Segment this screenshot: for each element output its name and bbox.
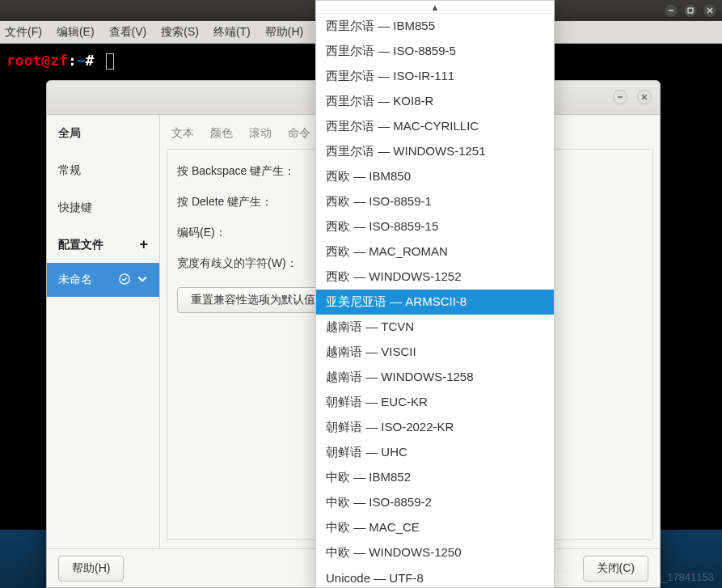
prompt-hash: # (86, 52, 95, 69)
tab-scroll[interactable]: 滚动 (249, 126, 272, 141)
prompt-path: ~ (77, 52, 86, 69)
encoding-option[interactable]: 西里尔语 — IBM855 (316, 14, 554, 39)
encoding-option[interactable]: 中欧 — ISO-8859-2 (316, 490, 554, 515)
window-maximize-button[interactable] (683, 3, 698, 18)
shell-prompt: root@zf:~# (6, 52, 103, 69)
encoding-option[interactable]: 西欧 — ISO-8859-1 (316, 189, 554, 214)
prompt-at: @ (41, 52, 50, 69)
encoding-option[interactable]: 西欧 — WINDOWS-1252 (316, 264, 554, 290)
menu-terminal[interactable]: 终端(T) (213, 25, 251, 40)
encoding-option[interactable]: 西里尔语 — ISO-8859-5 (316, 39, 554, 64)
label-backspace: 按 Backspace 键产生： (177, 164, 323, 179)
watermark: https://blog.csdn.net/qq_17841153 (553, 571, 715, 583)
encoding-option[interactable]: 朝鲜语 — ISO-2022-KR (316, 415, 554, 440)
tab-command[interactable]: 命令 (288, 126, 310, 141)
tab-text[interactable]: 文本 (171, 126, 194, 141)
add-profile-icon[interactable]: + (139, 236, 148, 253)
prompt-user: root (6, 52, 41, 69)
encoding-option[interactable]: 西里尔语 — MAC-CYRILLIC (316, 114, 554, 139)
prompt-host: zf (50, 52, 68, 69)
encoding-option-list: 西里尔语 — IBM855西里尔语 — ISO-8859-5西里尔语 — ISO… (316, 14, 554, 587)
window-close-button[interactable] (703, 3, 717, 18)
encoding-option[interactable]: 越南语 — TCVN (316, 315, 554, 340)
menu-edit[interactable]: 编辑(E) (57, 25, 95, 40)
sidebar-item-shortcuts[interactable]: 快捷键 (47, 189, 159, 226)
check-icon (119, 273, 130, 287)
sidebar-profile-item[interactable]: 未命名 (47, 263, 159, 297)
label-encoding: 编码(E)： (177, 226, 323, 240)
encoding-option[interactable]: 西欧 — ISO-8859-15 (316, 214, 554, 239)
encoding-option[interactable]: 亚美尼亚语 — ARMSCII-8 (316, 290, 554, 315)
encoding-option[interactable]: 西里尔语 — WINDOWS-1251 (316, 139, 554, 164)
menu-help[interactable]: 帮助(H) (265, 25, 303, 40)
sidebar-heading-global: 全局 (47, 115, 159, 152)
sidebar: 全局 常规 快捷键 配置文件 + 未命名 (47, 115, 160, 548)
encoding-option[interactable]: 越南语 — WINDOWS-1258 (316, 365, 554, 390)
encoding-option[interactable]: 中欧 — MAC_CE (316, 515, 554, 540)
sidebar-heading-profiles: 配置文件 + (47, 226, 159, 263)
window-minimize-button[interactable] (664, 3, 678, 18)
profile-name: 未命名 (58, 273, 92, 287)
scroll-up-icon[interactable]: ▲ (316, 1, 554, 14)
tab-color[interactable]: 颜色 (210, 126, 233, 141)
encoding-option[interactable]: 中欧 — IBM852 (316, 465, 554, 490)
encoding-option[interactable]: Unicode — UTF-8 (316, 565, 554, 587)
encoding-option[interactable]: 朝鲜语 — EUC-KR (316, 390, 554, 415)
menu-view[interactable]: 查看(V) (109, 25, 147, 40)
menu-file[interactable]: 文件(F) (5, 25, 42, 40)
encoding-dropdown[interactable]: ▲ 西里尔语 — IBM855西里尔语 — ISO-8859-5西里尔语 — I… (315, 0, 555, 588)
dialog-minimize-button[interactable] (613, 90, 627, 104)
svg-rect-1 (688, 8, 693, 13)
encoding-option[interactable]: 西欧 — MAC_ROMAN (316, 239, 554, 264)
cursor-icon (106, 53, 114, 70)
encoding-option[interactable]: 越南语 — VISCII (316, 340, 554, 365)
encoding-option[interactable]: 中欧 — WINDOWS-1250 (316, 540, 554, 565)
sidebar-profiles-label: 配置文件 (58, 238, 103, 252)
prompt-sep: : (68, 52, 77, 69)
encoding-option[interactable]: 西里尔语 — KOI8-R (316, 89, 554, 114)
chevron-down-icon[interactable] (137, 273, 148, 287)
label-ambiguous: 宽度有歧义的字符(W)： (177, 256, 323, 271)
help-button[interactable]: 帮助(H) (58, 556, 124, 582)
label-delete: 按 Delete 键产生： (177, 195, 323, 209)
dialog-close-button[interactable] (637, 90, 652, 104)
encoding-option[interactable]: 朝鲜语 — UHC (316, 440, 554, 465)
encoding-option[interactable]: 西里尔语 — ISO-IR-111 (316, 64, 554, 89)
sidebar-item-general[interactable]: 常规 (47, 152, 159, 189)
encoding-option[interactable]: 西欧 — IBM850 (316, 164, 554, 189)
menu-search[interactable]: 搜索(S) (161, 25, 199, 40)
